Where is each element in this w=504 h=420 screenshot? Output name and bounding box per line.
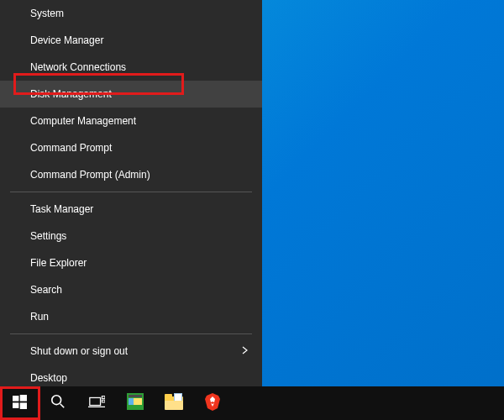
taskbar	[0, 386, 504, 420]
menu-item-label: Command Prompt	[30, 142, 112, 154]
menu-item-network-connections[interactable]: Network Connections	[0, 54, 262, 81]
menu-separator	[10, 333, 252, 334]
svg-rect-8	[102, 396, 105, 399]
menu-item-label: Computer Management	[30, 115, 136, 127]
svg-rect-2	[13, 402, 18, 407]
menu-item-label: System	[30, 8, 64, 19]
menu-item-disk-management[interactable]: Disk Management	[0, 81, 262, 108]
svg-rect-0	[13, 396, 18, 401]
menu-separator	[10, 192, 252, 192]
partition-app-icon	[126, 392, 144, 414]
menu-item-label: File Explorer	[30, 257, 87, 269]
menu-item-label: Shut down or sign out	[30, 345, 128, 357]
svg-rect-9	[102, 400, 105, 402]
search-icon	[50, 394, 66, 412]
menu-item-label: Device Manager	[30, 34, 103, 46]
brave-icon	[204, 392, 221, 414]
menu-item-task-manager[interactable]: Task Manager	[0, 196, 262, 223]
taskbar-search-button[interactable]	[39, 386, 77, 420]
svg-rect-12	[129, 398, 134, 405]
brave-browser-button[interactable]	[193, 386, 232, 420]
start-button[interactable]	[0, 386, 39, 420]
menu-item-shutdown[interactable]: Shut down or sign out	[0, 338, 262, 365]
windows-logo-icon	[13, 395, 27, 412]
winx-power-user-menu: System Device Manager Network Connection…	[0, 0, 262, 386]
menu-item-label: Task Manager	[30, 203, 93, 215]
svg-rect-6	[90, 397, 101, 405]
svg-point-4	[52, 396, 61, 405]
menu-item-command-prompt-admin[interactable]: Command Prompt (Admin)	[0, 161, 262, 188]
menu-item-label: Network Connections	[30, 61, 126, 73]
menu-item-command-prompt[interactable]: Command Prompt	[0, 134, 262, 161]
menu-item-file-explorer[interactable]: File Explorer	[0, 249, 262, 276]
task-view-icon	[88, 395, 105, 412]
task-view-button[interactable]	[77, 386, 116, 420]
menu-item-search[interactable]: Search	[0, 276, 262, 303]
file-explorer-button[interactable]	[155, 386, 193, 420]
menu-item-label: Settings	[30, 230, 66, 242]
menu-item-label: Command Prompt (Admin)	[30, 169, 150, 181]
menu-item-label: Disk Management	[30, 88, 112, 100]
menu-item-label: Search	[30, 284, 62, 296]
menu-item-system[interactable]: System	[0, 0, 262, 27]
menu-item-label: Desktop	[30, 372, 67, 384]
svg-rect-3	[19, 402, 26, 409]
menu-item-run[interactable]: Run	[0, 303, 262, 330]
chevron-right-icon	[242, 345, 249, 357]
svg-rect-13	[134, 398, 142, 405]
file-explorer-icon	[165, 396, 183, 410]
menu-item-settings[interactable]: Settings	[0, 223, 262, 249]
svg-rect-14	[129, 395, 142, 397]
desktop-background: System Device Manager Network Connection…	[0, 0, 504, 420]
menu-item-computer-management[interactable]: Computer Management	[0, 108, 262, 134]
svg-line-5	[60, 404, 65, 408]
taskbar-app-button[interactable]	[116, 386, 155, 420]
menu-item-device-manager[interactable]: Device Manager	[0, 27, 262, 54]
menu-item-label: Run	[30, 311, 49, 323]
svg-rect-1	[19, 395, 26, 402]
